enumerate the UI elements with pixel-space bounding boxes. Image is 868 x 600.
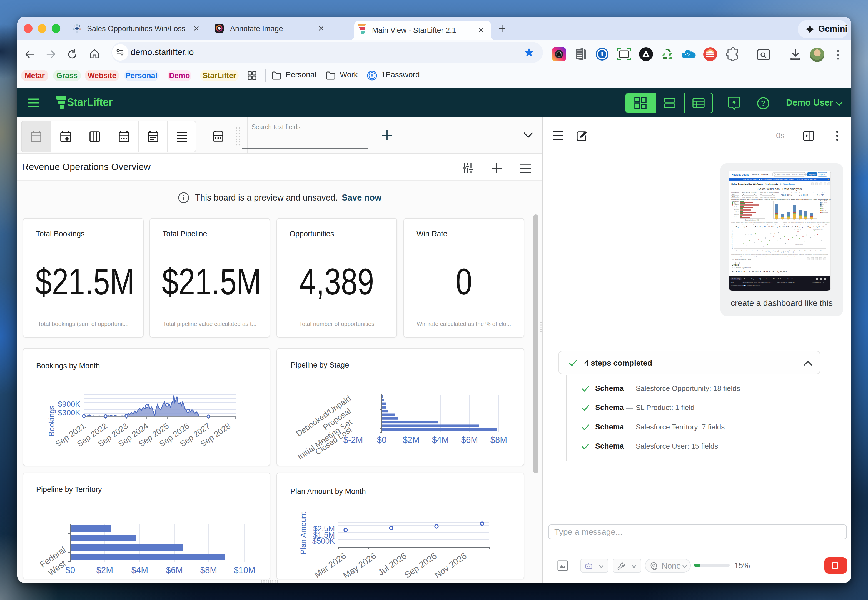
svg-text:16.31: 16.31	[817, 194, 825, 197]
svg-text:$91.64K: $91.64K	[781, 194, 793, 197]
svg-text:Insight: Looking from left to: Insight: Looking from left to right, the…	[731, 254, 828, 255]
svg-text:Trust: Trust	[744, 278, 747, 280]
svg-text:Northwest: Northwest	[734, 209, 739, 210]
svg-text:Endliers 8.9%: Endliers 8.9%	[756, 231, 763, 233]
svg-text:Insight: "Field Sales" and "Re: Insight: "Field Sales" and "Reseller" ar…	[783, 222, 830, 223]
svg-text:Learn ▾: Learn ▾	[761, 173, 768, 176]
svg-text:Batteries & Accessories: Batteries & Accessories	[745, 234, 757, 236]
svg-text:TERMS OF SERVICE: TERMS OF SERVICE	[742, 282, 753, 283]
svg-text:$-2M: $-2M	[344, 435, 363, 445]
svg-text:$0: $0	[65, 565, 75, 575]
svg-text:$4M: $4M	[132, 565, 148, 575]
svg-text:Reseller: Reseller	[822, 206, 827, 208]
svg-text:Search for vizzes, authors, an: Search for vizzes, authors, and hashtags	[777, 174, 810, 176]
svg-text:R2: R2	[782, 219, 783, 221]
svg-text:$2M: $2M	[403, 435, 420, 445]
svg-text:R4: R4	[793, 219, 795, 221]
svg-text:16: 16	[820, 250, 822, 251]
svg-text:15: 15	[815, 250, 816, 251]
svg-text:Insight: "Midwest" and "Pacifi: Insight: "Midwest" and "Pacific" are the…	[731, 222, 778, 223]
svg-text:Midwest: Midwest	[735, 204, 739, 205]
svg-text:Sales Opportunities Win/Loss -: Sales Opportunities Win/Loss - Key Insig…	[731, 183, 778, 185]
svg-text:$4M: $4M	[432, 435, 449, 445]
svg-text:Southeast: Southeast	[734, 214, 739, 215]
svg-text:Southwest: Southwest	[733, 216, 739, 218]
svg-text:COOKIE PREFERENCES: COOKIE PREFERENCES	[731, 285, 744, 286]
svg-text:FAQ: FAQ	[759, 278, 761, 280]
svg-text:Total Days Identified Through: Total Days Identified Through Qualified …	[766, 252, 794, 253]
svg-text:Sign In: Sign In	[820, 174, 826, 176]
svg-text:77.83K: 77.83K	[799, 194, 809, 197]
svg-text:Contact Us: Contact Us	[788, 278, 794, 280]
svg-text:levels for each supplier based: levels for each supplier based on how ma…	[731, 255, 799, 257]
svg-text:Other: Other	[822, 204, 825, 206]
svg-text:13: 13	[804, 250, 806, 251]
svg-text:Create ▾: Create ▾	[751, 173, 759, 176]
svg-text:$6M: $6M	[461, 435, 478, 445]
svg-text:Pacific: Pacific	[736, 211, 739, 212]
svg-text:Telesales: Telesales	[822, 210, 827, 211]
svg-text:$8M: $8M	[200, 565, 217, 575]
svg-text:©2026 SALESFORCE, INC.: ©2026 SALESFORCE, INC.	[812, 282, 825, 283]
svg-text:$8M: $8M	[491, 435, 507, 445]
svg-text:Blog: Blog	[751, 278, 754, 280]
svg-text:First Published Date: Apr 30,: First Published Date: Apr 30, 2018 Last …	[732, 271, 787, 273]
svg-text:12: 12	[799, 250, 800, 251]
svg-text:Northeast: Northeast	[734, 206, 739, 208]
svg-text:11: 11	[794, 250, 795, 251]
svg-text:Performance Parts: Performance Parts	[813, 229, 823, 230]
svg-text:by: by	[780, 183, 782, 185]
svg-text:$900K: $900K	[58, 400, 80, 408]
svg-text:Overall, there is a huge task: Overall, there is a huge task for improv…	[731, 223, 778, 225]
svg-text:Route To Market: Route To Market	[820, 200, 830, 202]
svg-text:Spread of Opportunity Amount a: Spread of Opportunity Amount across Rout…	[783, 198, 831, 200]
svg-text:$300K: $300K	[58, 408, 80, 417]
svg-text:Opportunity Amount in USD (Ave: Opportunity Amount in USD (Average)	[731, 230, 733, 250]
svg-text:Car Electronics: Car Electronics	[795, 244, 803, 245]
svg-text:$0: $0	[377, 435, 386, 445]
svg-text:R5: R5	[799, 219, 801, 221]
svg-text:R6: R6	[805, 219, 807, 221]
svg-text:region. We can at bottom to an: region. We can at bottom to analyze rout…	[783, 223, 827, 225]
svg-text:About: About	[766, 278, 770, 280]
svg-text:Bookings: Bookings	[47, 405, 56, 436]
svg-text:Total Days Identified Through: Total Days Identified Through Qualified …	[807, 191, 831, 193]
svg-text:Tires & Wheels: Tires & Wheels	[794, 229, 801, 230]
svg-text:14: 14	[810, 250, 811, 251]
svg-text:Move Sliders to View Scale: Move Sliders to View Scale	[760, 197, 776, 198]
svg-text:May 2026: May 2026	[341, 551, 378, 580]
svg-text:Exterior Accessories: Exterior Accessories	[770, 233, 780, 235]
svg-text:Mar 2026: Mar 2026	[313, 551, 348, 580]
svg-text:Nov 2026: Nov 2026	[433, 551, 468, 580]
svg-text:English (US) ▾: English (US) ▾	[732, 278, 741, 280]
svg-text:Telecoverage: Telecoverage	[822, 208, 829, 209]
svg-text:R3: R3	[788, 219, 789, 221]
svg-text:$2M: $2M	[96, 565, 113, 575]
svg-text:Opportunity Amount by Total Da: Opportunity Amount by Total Days Identif…	[736, 226, 824, 228]
svg-text:Move Sliders to View Scale: Move Sliders to View Scale	[742, 197, 758, 198]
svg-text:Interior Accessories D: Interior Accessories D	[776, 230, 786, 232]
svg-text:Plan Amount: Plan Amount	[299, 512, 308, 555]
svg-text:?: ?	[761, 99, 766, 108]
svg-text:The results are in ★ Your Iron: The results are in ★ Your Iron Viz 2026 …	[743, 179, 816, 180]
svg-text:Sales Win/Loss - Data Analysis: Sales Win/Loss - Data Analysis	[757, 187, 801, 191]
svg-text:☆ 4 Favorites ◎ 986 Views: ☆ 4 Favorites ◎ 986 Views	[732, 267, 751, 269]
svg-text:$500K: $500K	[312, 537, 335, 545]
svg-text:Opportunity Amount USD: Opportunity Amount USD	[745, 220, 759, 221]
svg-text:$10M: $10M	[234, 565, 255, 575]
svg-text:Details: Details	[732, 264, 739, 266]
svg-text:R7: R7	[811, 219, 812, 221]
svg-text:YOUR PRIVACY CHOICES: YOUR PRIVACY CHOICES	[747, 285, 761, 286]
svg-text:Careers: Careers	[780, 278, 785, 280]
svg-text:$6M: $6M	[166, 565, 183, 575]
svg-text:Mid-Atlantic: Mid-Atlantic	[733, 201, 739, 203]
svg-text:DATA POLICY: DATA POLICY	[766, 282, 773, 283]
svg-text:R1: R1	[776, 219, 777, 221]
svg-text:Replacement Parts: Replacement Parts	[762, 245, 771, 247]
svg-text:Sign Up: Sign Up	[809, 174, 816, 176]
svg-text:UNINSTALL: UNINSTALL	[789, 282, 795, 283]
svg-text:10: 10	[789, 250, 790, 251]
svg-text:LEGAL: LEGAL	[731, 282, 734, 283]
svg-text:(All): (All)	[732, 195, 735, 197]
svg-text:Sep 2026: Sep 2026	[403, 551, 438, 580]
